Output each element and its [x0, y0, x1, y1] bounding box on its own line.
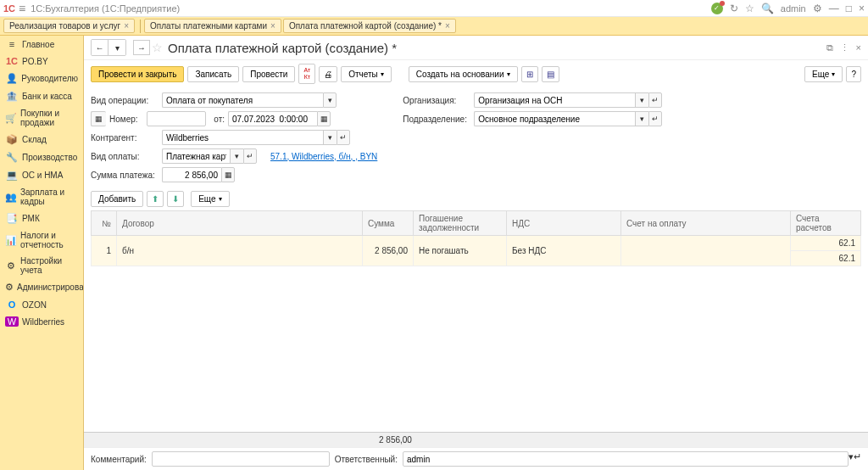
ozon-icon: O	[5, 299, 19, 310]
open-icon[interactable]: ↵	[648, 111, 662, 126]
table-row[interactable]: 1 б/н 2 856,00 Не погашать Без НДС 62.1	[92, 236, 861, 251]
post-and-close-button[interactable]: Провести и закрыть	[91, 66, 184, 82]
sidebar-item-admin[interactable]: ⚙Администрирование	[0, 278, 83, 296]
sidebar-item-taxes[interactable]: 📊Налоги и отчетность	[0, 227, 83, 253]
dt-kt-button[interactable]: АтКт	[298, 64, 315, 84]
calculator-icon[interactable]: ▦	[221, 167, 235, 182]
sidebar-item-production[interactable]: 🔧Производство	[0, 148, 83, 166]
sidebar-item-wildberries[interactable]: WWildberries	[0, 313, 83, 330]
payment-type-label: Вид оплаты:	[91, 152, 159, 161]
maximize-icon[interactable]: □	[846, 3, 852, 14]
col-repay[interactable]: Погашение задолженности	[414, 211, 507, 236]
open-icon[interactable]: ↵	[854, 451, 861, 467]
dropdown-icon[interactable]: ▾	[230, 148, 243, 164]
nav-dropdown-button[interactable]: ▾	[108, 40, 125, 55]
move-up-button[interactable]: ⬆	[147, 191, 164, 207]
minimize-icon[interactable]: —	[829, 3, 839, 14]
payment-account-link[interactable]: 57.1, Wildberries, б/н, , BYN	[270, 152, 377, 161]
close-icon[interactable]: ×	[859, 3, 865, 14]
main-content: ← ▾ → ☆ Оплата платежной картой (создани…	[84, 36, 868, 470]
search-icon[interactable]: 🔍	[761, 3, 774, 14]
app-title: 1С:Бухгалтерия (1С:Предприятие)	[31, 3, 180, 14]
dropdown-icon[interactable]: ▾	[323, 130, 337, 145]
print-button[interactable]: 🖨	[319, 66, 337, 82]
org-input[interactable]	[474, 92, 635, 108]
sidebar-item-warehouse[interactable]: 📦Склад	[0, 131, 83, 148]
tab-card-payments[interactable]: Оплаты платежными картами×	[144, 19, 281, 33]
bank-icon: 🏦	[5, 91, 19, 102]
op-type-input[interactable]	[162, 92, 323, 108]
reports-button[interactable]: Отчеты▾	[341, 66, 392, 82]
date-input[interactable]	[228, 111, 317, 126]
sidebar-item-poby[interactable]: 1СPO.BY	[0, 53, 83, 70]
sidebar-item-assets[interactable]: 💻ОС и НМА	[0, 166, 83, 184]
sidebar-item-rmk[interactable]: 📑РМК	[0, 210, 83, 227]
star-icon[interactable]: ☆	[745, 3, 754, 14]
responsible-input[interactable]	[403, 451, 849, 467]
number-input[interactable]	[147, 111, 206, 126]
counterparty-input[interactable]	[162, 130, 323, 145]
tab-close-icon[interactable]: ×	[124, 21, 129, 31]
tab-realization[interactable]: Реализация товаров и услуг×	[3, 19, 135, 33]
sidebar-item-purchases[interactable]: 🛒Покупки и продажи	[0, 105, 83, 131]
toolbar: Провести и закрыть Записать Провести АтК…	[84, 60, 868, 87]
open-new-icon[interactable]: ⧉	[826, 42, 833, 53]
comment-input[interactable]	[152, 451, 330, 467]
open-icon[interactable]: ↵	[648, 92, 662, 108]
sidebar-item-salary[interactable]: 👥Зарплата и кадры	[0, 184, 83, 210]
post-button[interactable]: Провести	[242, 66, 295, 82]
save-button[interactable]: Записать	[187, 66, 239, 82]
open-icon[interactable]: ↵	[243, 148, 257, 164]
sum-input[interactable]	[162, 167, 221, 182]
stamp-icon[interactable]: ▦	[91, 111, 106, 126]
col-invoice[interactable]: Счет на оплату	[621, 211, 791, 236]
sidebar-item-ozon[interactable]: OOZON	[0, 296, 83, 313]
dropdown-icon[interactable]: ▾	[323, 92, 337, 108]
division-label: Подразделение:	[403, 115, 470, 124]
dropdown-icon[interactable]: ▾	[635, 92, 648, 108]
number-label: Номер:	[109, 115, 143, 124]
more-button[interactable]: Еще▾	[804, 66, 843, 82]
username-label: admin	[781, 3, 806, 14]
nav-back-button[interactable]: ←	[92, 40, 108, 55]
doc-icon: 📑	[5, 213, 19, 224]
wrench-icon: 🔧	[5, 152, 19, 163]
help-button[interactable]: ?	[846, 66, 861, 82]
col-num[interactable]: №	[92, 211, 117, 236]
payments-table[interactable]: № Договор Сумма Погашение задолженности …	[91, 210, 861, 266]
seal-button[interactable]: ▤	[542, 66, 559, 82]
hamburger-icon[interactable]: ≡	[19, 2, 25, 15]
open-icon[interactable]: ↵	[337, 130, 350, 145]
more-menu-icon[interactable]: ⋮	[840, 42, 849, 53]
history-icon[interactable]: ↻	[730, 3, 738, 14]
structure-button[interactable]: ⊞	[521, 66, 538, 82]
tab-card-payment-create[interactable]: Оплата платежной картой (создание) *×	[283, 19, 456, 33]
move-down-button[interactable]: ⬇	[167, 191, 184, 207]
division-input[interactable]	[474, 111, 635, 126]
table-more-button[interactable]: Еще▾	[191, 191, 229, 207]
comment-label: Комментарий:	[91, 455, 147, 464]
col-accounts[interactable]: Счета расчетов	[791, 211, 861, 236]
dropdown-icon[interactable]: ▾	[635, 111, 648, 126]
sidebar-item-main[interactable]: ≡Главное	[0, 36, 83, 53]
payment-type-input[interactable]	[162, 148, 230, 164]
tabs-bar: Реализация товаров и услуг× Оплаты плате…	[0, 17, 868, 36]
close-page-icon[interactable]: ×	[856, 42, 861, 53]
favorite-icon[interactable]: ☆	[152, 41, 163, 54]
tab-close-icon[interactable]: ×	[270, 21, 275, 31]
nav-forward-button[interactable]: →	[133, 40, 150, 55]
from-label: от:	[209, 115, 225, 124]
app-logo: 1C	[3, 3, 15, 14]
add-row-button[interactable]: Добавить	[91, 191, 143, 207]
notification-badge-icon[interactable]: ✓	[711, 3, 723, 14]
settings-icon[interactable]: ⚙	[813, 3, 822, 14]
sidebar-item-manager[interactable]: 👤Руководителю	[0, 70, 83, 87]
calendar-icon[interactable]: ▦	[317, 111, 331, 126]
sidebar-item-settings[interactable]: ⚙Настройки учета	[0, 253, 83, 278]
col-vat[interactable]: НДС	[507, 211, 621, 236]
sidebar-item-bank[interactable]: 🏦Банк и касса	[0, 87, 83, 105]
create-based-on-button[interactable]: Создать на основании▾	[409, 66, 518, 82]
tab-close-icon[interactable]: ×	[445, 21, 450, 31]
col-sum[interactable]: Сумма	[363, 211, 414, 236]
col-contract[interactable]: Договор	[117, 211, 363, 236]
